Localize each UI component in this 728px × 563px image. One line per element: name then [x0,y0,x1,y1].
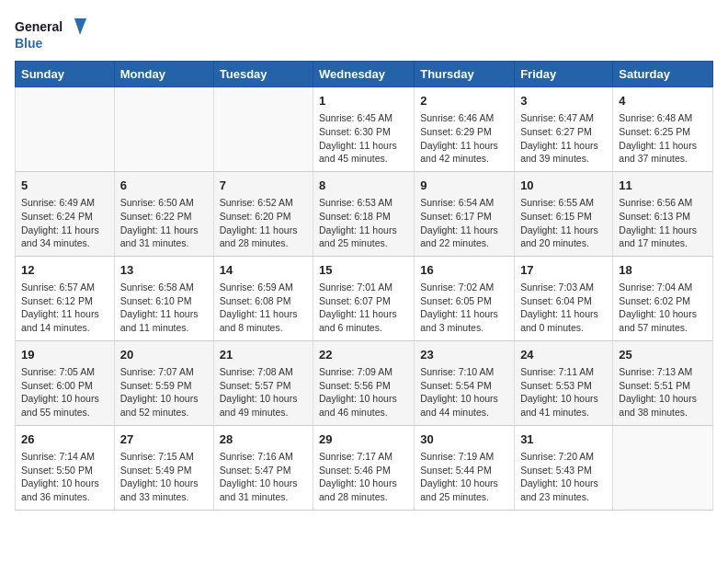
day-cell: 1Sunrise: 6:45 AM Sunset: 6:30 PM Daylig… [313,87,415,172]
day-info: Sunrise: 7:17 AM Sunset: 5:46 PM Dayligh… [319,450,408,504]
week-row-5: 26Sunrise: 7:14 AM Sunset: 5:50 PM Dayli… [16,425,713,510]
day-cell: 18Sunrise: 7:04 AM Sunset: 6:02 PM Dayli… [613,256,713,340]
day-cell: 27Sunrise: 7:15 AM Sunset: 5:49 PM Dayli… [114,425,213,510]
day-info: Sunrise: 7:03 AM Sunset: 6:04 PM Dayligh… [520,281,607,335]
day-cell: 29Sunrise: 7:17 AM Sunset: 5:46 PM Dayli… [313,425,415,510]
day-cell: 21Sunrise: 7:08 AM Sunset: 5:57 PM Dayli… [213,340,313,425]
svg-text:Blue: Blue [15,36,43,51]
calendar-table: SundayMondayTuesdayWednesdayThursdayFrid… [15,61,713,511]
day-number: 26 [21,431,108,448]
week-row-3: 12Sunrise: 6:57 AM Sunset: 6:12 PM Dayli… [16,256,713,340]
day-cell [16,87,115,172]
day-number: 12 [21,262,108,279]
day-info: Sunrise: 7:05 AM Sunset: 6:00 PM Dayligh… [21,365,108,419]
day-number: 18 [619,262,707,279]
day-number: 27 [120,431,208,448]
week-row-1: 1Sunrise: 6:45 AM Sunset: 6:30 PM Daylig… [16,87,713,172]
day-cell: 9Sunrise: 6:54 AM Sunset: 6:17 PM Daylig… [415,171,515,256]
day-number: 17 [520,262,607,279]
day-cell: 13Sunrise: 6:58 AM Sunset: 6:10 PM Dayli… [114,256,213,340]
day-info: Sunrise: 6:52 AM Sunset: 6:20 PM Dayligh… [220,196,307,250]
week-row-2: 5Sunrise: 6:49 AM Sunset: 6:24 PM Daylig… [16,171,713,256]
day-cell: 14Sunrise: 6:59 AM Sunset: 6:08 PM Dayli… [213,256,313,340]
day-cell [114,87,213,172]
day-cell: 20Sunrise: 7:07 AM Sunset: 5:59 PM Dayli… [114,340,213,425]
day-number: 24 [520,347,607,363]
svg-text:General: General [15,19,63,34]
day-cell: 17Sunrise: 7:03 AM Sunset: 6:04 PM Dayli… [515,256,613,340]
day-info: Sunrise: 7:20 AM Sunset: 5:43 PM Dayligh… [520,450,607,504]
day-cell: 28Sunrise: 7:16 AM Sunset: 5:47 PM Dayli… [213,425,313,510]
day-number: 31 [520,431,607,448]
week-row-4: 19Sunrise: 7:05 AM Sunset: 6:00 PM Dayli… [16,340,713,425]
day-info: Sunrise: 7:02 AM Sunset: 6:05 PM Dayligh… [420,281,508,335]
column-header-friday: Friday [515,62,613,87]
day-number: 6 [120,178,208,194]
day-number: 28 [220,431,307,448]
day-number: 8 [319,178,408,194]
day-cell [213,87,313,172]
day-number: 22 [319,347,408,363]
day-info: Sunrise: 7:16 AM Sunset: 5:47 PM Dayligh… [220,450,307,504]
day-info: Sunrise: 7:04 AM Sunset: 6:02 PM Dayligh… [619,281,707,335]
day-number: 2 [420,93,508,109]
day-info: Sunrise: 6:58 AM Sunset: 6:10 PM Dayligh… [120,281,208,335]
day-cell: 15Sunrise: 7:01 AM Sunset: 6:07 PM Dayli… [313,256,415,340]
day-cell: 23Sunrise: 7:10 AM Sunset: 5:54 PM Dayli… [415,340,515,425]
day-info: Sunrise: 7:08 AM Sunset: 5:57 PM Dayligh… [220,365,307,419]
column-header-sunday: Sunday [16,62,115,87]
svg-marker-2 [74,18,86,35]
day-info: Sunrise: 7:11 AM Sunset: 5:53 PM Dayligh… [520,365,607,419]
day-cell: 30Sunrise: 7:19 AM Sunset: 5:44 PM Dayli… [415,425,515,510]
day-cell: 26Sunrise: 7:14 AM Sunset: 5:50 PM Dayli… [16,425,115,510]
day-cell: 7Sunrise: 6:52 AM Sunset: 6:20 PM Daylig… [213,171,313,256]
day-info: Sunrise: 6:54 AM Sunset: 6:17 PM Dayligh… [420,196,508,250]
day-info: Sunrise: 7:10 AM Sunset: 5:54 PM Dayligh… [420,365,508,419]
day-number: 20 [120,347,208,363]
day-number: 16 [420,262,508,279]
day-cell: 11Sunrise: 6:56 AM Sunset: 6:13 PM Dayli… [613,171,713,256]
day-info: Sunrise: 6:46 AM Sunset: 6:29 PM Dayligh… [420,111,508,166]
day-number: 5 [21,178,108,194]
day-cell: 6Sunrise: 6:50 AM Sunset: 6:22 PM Daylig… [114,171,213,256]
column-header-saturday: Saturday [613,62,713,87]
day-number: 11 [619,178,707,194]
day-info: Sunrise: 7:13 AM Sunset: 5:51 PM Dayligh… [619,365,707,419]
logo-icon: GeneralBlue [15,15,88,52]
day-cell: 4Sunrise: 6:48 AM Sunset: 6:25 PM Daylig… [613,87,713,172]
day-number: 30 [420,431,508,448]
day-info: Sunrise: 6:59 AM Sunset: 6:08 PM Dayligh… [220,281,307,335]
day-cell: 22Sunrise: 7:09 AM Sunset: 5:56 PM Dayli… [313,340,415,425]
column-header-wednesday: Wednesday [313,62,415,87]
logo: GeneralBlue [15,15,88,52]
column-header-row: SundayMondayTuesdayWednesdayThursdayFrid… [16,62,713,87]
day-info: Sunrise: 6:50 AM Sunset: 6:22 PM Dayligh… [120,196,208,250]
column-header-monday: Monday [114,62,213,87]
day-cell: 31Sunrise: 7:20 AM Sunset: 5:43 PM Dayli… [515,425,613,510]
day-number: 9 [420,178,508,194]
day-number: 15 [319,262,408,279]
day-cell: 2Sunrise: 6:46 AM Sunset: 6:29 PM Daylig… [415,87,515,172]
page-header: GeneralBlue [15,15,713,52]
day-cell: 12Sunrise: 6:57 AM Sunset: 6:12 PM Dayli… [16,256,115,340]
day-number: 19 [21,347,108,363]
day-info: Sunrise: 7:09 AM Sunset: 5:56 PM Dayligh… [319,365,408,419]
day-info: Sunrise: 7:15 AM Sunset: 5:49 PM Dayligh… [120,450,208,504]
day-cell: 25Sunrise: 7:13 AM Sunset: 5:51 PM Dayli… [613,340,713,425]
day-number: 7 [220,178,307,194]
day-cell [613,425,713,510]
day-info: Sunrise: 7:01 AM Sunset: 6:07 PM Dayligh… [319,281,408,335]
column-header-thursday: Thursday [415,62,515,87]
day-number: 14 [220,262,307,279]
day-cell: 5Sunrise: 6:49 AM Sunset: 6:24 PM Daylig… [16,171,115,256]
day-number: 29 [319,431,408,448]
day-info: Sunrise: 7:07 AM Sunset: 5:59 PM Dayligh… [120,365,208,419]
day-cell: 10Sunrise: 6:55 AM Sunset: 6:15 PM Dayli… [515,171,613,256]
day-info: Sunrise: 6:53 AM Sunset: 6:18 PM Dayligh… [319,196,408,250]
day-cell: 8Sunrise: 6:53 AM Sunset: 6:18 PM Daylig… [313,171,415,256]
day-cell: 19Sunrise: 7:05 AM Sunset: 6:00 PM Dayli… [16,340,115,425]
day-info: Sunrise: 6:49 AM Sunset: 6:24 PM Dayligh… [21,196,108,250]
day-cell: 16Sunrise: 7:02 AM Sunset: 6:05 PM Dayli… [415,256,515,340]
day-info: Sunrise: 6:45 AM Sunset: 6:30 PM Dayligh… [319,111,408,166]
day-number: 4 [619,93,707,109]
